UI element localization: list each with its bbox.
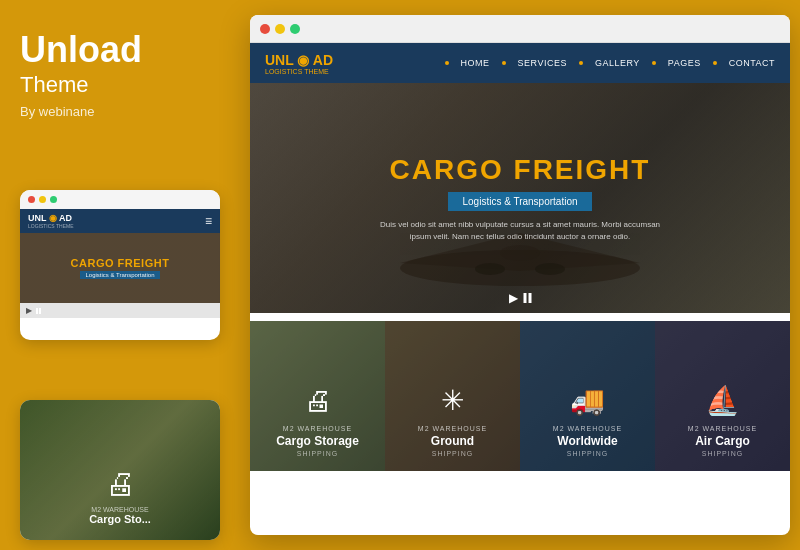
site-hero: CARGO FREIGHT Logistics & Transportation… [250, 83, 790, 313]
nav-gallery[interactable]: GALLERY [595, 58, 640, 68]
menu-separator [502, 61, 506, 65]
hero-body-text: Duis vel odio sit amet nibb vulputate cu… [370, 219, 670, 243]
service-title-2: Ground [431, 434, 474, 448]
mobile-card-image: 🖨 M2 WAREHOUSE Cargo Sto... [20, 400, 220, 540]
service-sub-1: SHIPPING [297, 450, 338, 457]
cargo-storage-icon: 🖨 [304, 384, 332, 417]
mobile-hero-badge: Logistics & Transportation [80, 271, 159, 279]
service-label-2: M2 Warehouse [418, 425, 487, 432]
mobile-nav: UNL ◉ AD LOGISTICS THEME ≡ [20, 209, 220, 233]
mobile-card-title: Cargo Sto... [89, 513, 151, 525]
service-sub-3: SHIPPING [567, 450, 608, 457]
menu-separator [713, 61, 717, 65]
hero-badge: Logistics & Transportation [448, 192, 591, 211]
left-panel: Unload Theme By webinane UNL ◉ AD LOGIST… [0, 0, 240, 550]
svg-point-3 [500, 245, 540, 261]
browser-titlebar [250, 15, 790, 43]
site-menu: HOME SERVICES GALLERY PAGES CONTACT [445, 58, 775, 68]
air-cargo-icon: ⛵ [705, 384, 740, 417]
service-label-3: M2 Warehouse [553, 425, 622, 432]
browser-dot-green [290, 24, 300, 34]
nav-home[interactable]: HOME [461, 58, 490, 68]
mobile-hero-title: CARGO FREIGHT [71, 257, 170, 269]
service-title-3: Worldwide [557, 434, 617, 448]
mobile-pause-icon [36, 308, 44, 314]
service-card-air-cargo[interactable]: ⛵ M2 Warehouse Air Cargo SHIPPING [655, 321, 790, 471]
theme-name: Unload [20, 30, 220, 70]
menu-separator [579, 61, 583, 65]
hero-title: CARGO FREIGHT [390, 154, 651, 186]
section-gap [250, 313, 790, 321]
mobile-titlebar [20, 190, 220, 209]
menu-separator [652, 61, 656, 65]
hero-slider-controls: ▶ [509, 291, 532, 305]
service-title-1: Cargo Storage [276, 434, 359, 448]
ground-icon: ✳ [441, 384, 464, 417]
site-navbar: UNL ◉ AD LOGISTICS THEME HOME SERVICES G… [250, 43, 790, 83]
service-card-worldwide[interactable]: 🚚 M2 Warehouse Worldwide SHIPPING [520, 321, 655, 471]
service-sub-4: SHIPPING [702, 450, 743, 457]
nav-pages[interactable]: PAGES [668, 58, 701, 68]
worldwide-icon: 🚚 [570, 384, 605, 417]
service-title-4: Air Cargo [695, 434, 750, 448]
service-card-ground[interactable]: ✳ M2 Warehouse Ground SHIPPING [385, 321, 520, 471]
mobile-hero-controls: ▶ [20, 303, 220, 318]
mobile-dot-red [28, 196, 35, 203]
browser-dot-red [260, 24, 270, 34]
theme-author: By webinane [20, 104, 220, 119]
mobile-dot-green [50, 196, 57, 203]
mobile-play-icon: ▶ [26, 306, 32, 315]
nav-contact[interactable]: CONTACT [729, 58, 775, 68]
service-label-1: M2 Warehouse [283, 425, 352, 432]
mobile-hero: CARGO FREIGHT Logistics & Transportation [20, 233, 220, 303]
browser-dot-yellow [275, 24, 285, 34]
service-sub-2: SHIPPING [432, 450, 473, 457]
theme-subtitle: Theme [20, 72, 220, 98]
svg-point-4 [475, 263, 505, 275]
service-card-cargo-storage[interactable]: 🖨 M2 Warehouse Cargo Storage SHIPPING [250, 321, 385, 471]
menu-separator [445, 61, 449, 65]
hero-pause-icon [524, 293, 532, 303]
mobile-logo: UNL ◉ AD LOGISTICS THEME [28, 213, 73, 229]
mobile-card-preview: 🖨 M2 WAREHOUSE Cargo Sto... [20, 400, 220, 540]
mobile-dot-yellow [39, 196, 46, 203]
service-label-4: M2 Warehouse [688, 425, 757, 432]
nav-services[interactable]: SERVICES [518, 58, 567, 68]
browser-window: UNL ◉ AD LOGISTICS THEME HOME SERVICES G… [250, 15, 790, 535]
mobile-card-icon: 🖨 [105, 467, 135, 501]
mobile-hamburger-icon[interactable]: ≡ [205, 214, 212, 228]
svg-point-5 [535, 263, 565, 275]
site-logo: UNL ◉ AD LOGISTICS THEME [265, 52, 333, 75]
services-section: 🖨 M2 Warehouse Cargo Storage SHIPPING ✳ … [250, 321, 790, 471]
mobile-card-label: M2 WAREHOUSE [91, 506, 148, 513]
mobile-preview: UNL ◉ AD LOGISTICS THEME ≡ CARGO FREIGHT… [20, 190, 220, 340]
hero-play-icon: ▶ [509, 291, 518, 305]
